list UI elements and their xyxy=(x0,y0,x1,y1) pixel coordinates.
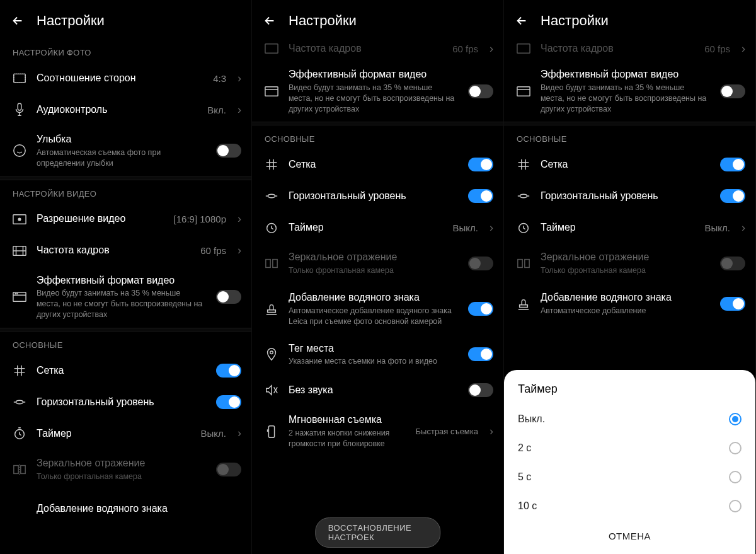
toggle-grid[interactable] xyxy=(468,158,493,171)
row-label: Таймер xyxy=(289,221,443,234)
cancel-button[interactable]: ОТМЕНА xyxy=(518,521,742,545)
watermark-icon xyxy=(13,502,26,516)
row-mute[interactable]: Без звука xyxy=(252,374,503,406)
svg-rect-26 xyxy=(265,86,278,96)
svg-rect-1 xyxy=(14,74,25,82)
row-sub: Указание места съемки на фото и видео xyxy=(289,356,458,367)
row-value: Выкл. xyxy=(201,428,226,439)
row-grid[interactable]: Сетка xyxy=(0,355,251,386)
toggle-geotag[interactable] xyxy=(468,347,493,361)
row-timer[interactable]: Таймер Выкл. › xyxy=(504,212,755,243)
toggle-grid[interactable] xyxy=(216,364,241,378)
stamp-icon xyxy=(517,297,530,311)
row-mirror: Зеркальное отражение Только фронтальная … xyxy=(504,243,755,284)
video-format-icon xyxy=(265,84,278,98)
section-general: ОСНОВНЫЕ xyxy=(504,125,755,149)
section-photo: НАСТРОЙКИ ФОТО xyxy=(0,39,251,62)
radio-icon xyxy=(729,500,742,512)
row-label: Таймер xyxy=(541,221,695,234)
row-label: Соотношение сторон xyxy=(37,72,203,85)
header: Настройки xyxy=(0,0,251,39)
settings-panel-2: Настройки Частота кадров 60 fps › Эффект… xyxy=(252,0,504,554)
row-efficient-video[interactable]: Эффективный формат видео Видео будут зан… xyxy=(504,61,755,122)
svg-point-12 xyxy=(15,294,16,294)
svg-rect-25 xyxy=(265,44,278,54)
svg-point-3 xyxy=(14,145,25,156)
row-timer[interactable]: Таймер Выкл. › xyxy=(252,212,503,243)
toggle-level[interactable] xyxy=(468,189,493,203)
row-label: Сетка xyxy=(289,158,458,171)
row-geotag[interactable]: Тег места Указание места съемки на фото … xyxy=(252,335,503,375)
radio-option-off[interactable]: Выкл. xyxy=(518,405,742,434)
stamp-icon xyxy=(265,302,278,316)
back-icon[interactable] xyxy=(10,13,25,28)
row-sub: Автоматическое добавление водяного знака… xyxy=(289,306,458,327)
row-sub: 2 нажатия кнопки снижения громкости при … xyxy=(289,428,406,449)
row-fps-cut[interactable]: Частота кадров 60 fps › xyxy=(252,39,503,61)
toggle-watermark[interactable] xyxy=(468,302,493,316)
row-mirror: Зеркальное отражение Только фронтальная … xyxy=(252,243,503,284)
row-level[interactable]: Горизонтальный уровень xyxy=(504,180,755,212)
row-level[interactable]: Горизонтальный уровень xyxy=(252,180,503,212)
page-title: Настройки xyxy=(289,13,357,29)
row-label: Таймер xyxy=(37,427,191,441)
row-sub: Только фронтальная камера xyxy=(289,265,458,276)
toggle-level[interactable] xyxy=(720,189,745,203)
radio-option-10s[interactable]: 10 с xyxy=(518,492,742,521)
radio-option-5s[interactable]: 5 с xyxy=(518,463,742,492)
svg-point-48 xyxy=(520,195,527,199)
instant-icon xyxy=(265,425,278,439)
video-format-icon xyxy=(517,84,530,98)
header: Настройки xyxy=(252,0,503,39)
video-format-icon xyxy=(13,290,26,304)
row-watermark[interactable]: Добавление водяного знака Автоматическое… xyxy=(504,284,755,324)
back-icon[interactable] xyxy=(514,13,529,28)
toggle-efficient-video[interactable] xyxy=(216,290,241,304)
row-fps-cut[interactable]: Частота кадров 60 fps › xyxy=(504,39,755,61)
restore-button[interactable]: ВОССТАНОВЛЕНИЕ НАСТРОЕК xyxy=(315,517,441,548)
row-timer[interactable]: Таймер Выкл. › xyxy=(0,418,251,449)
row-efficient-video[interactable]: Эффективный формат видео Видео будут зан… xyxy=(0,267,251,328)
timer-dialog: Таймер Выкл. 2 с 5 с 10 с ОТМЕНА xyxy=(504,370,755,554)
row-watermark[interactable]: Добавление водяного знака xyxy=(0,490,251,521)
row-value: 60 fps xyxy=(704,43,730,54)
toggle-smile[interactable] xyxy=(216,144,241,158)
radio-icon xyxy=(729,413,742,425)
toggle-grid[interactable] xyxy=(720,158,745,171)
row-aspect-ratio[interactable]: Соотношение сторон 4:3 › xyxy=(0,62,251,94)
svg-point-13 xyxy=(17,294,18,294)
toggle-efficient-video[interactable] xyxy=(720,84,745,98)
smile-icon xyxy=(13,144,26,158)
row-audio-control[interactable]: Аудиоконтроль Вкл. › xyxy=(0,94,251,125)
row-sub: Только фронтальная камера xyxy=(541,265,710,276)
row-fps[interactable]: Частота кадров 60 fps › xyxy=(0,235,251,267)
chevron-icon: › xyxy=(742,42,745,55)
toggle-watermark[interactable] xyxy=(720,297,745,311)
row-level[interactable]: Горизонтальный уровень xyxy=(0,386,251,418)
row-label: Эффективный формат видео xyxy=(289,68,458,81)
row-video-resolution[interactable]: Разрешение видео [16:9] 1080p › xyxy=(0,204,251,235)
svg-rect-39 xyxy=(268,425,274,437)
toggle-level[interactable] xyxy=(216,395,241,409)
row-label: Горизонтальный уровень xyxy=(37,396,206,409)
row-watermark[interactable]: Добавление водяного знака Автоматическое… xyxy=(252,284,503,335)
row-label: Горизонтальный уровень xyxy=(541,190,710,203)
row-label: Эффективный формат видео xyxy=(541,68,710,81)
row-value: 60 fps xyxy=(452,43,478,54)
row-efficient-video[interactable]: Эффективный формат видео Видео будут зан… xyxy=(252,61,503,122)
toggle-efficient-video[interactable] xyxy=(468,84,493,98)
row-instant[interactable]: Мгновенная съемка 2 нажатия кнопки сниже… xyxy=(252,406,503,457)
toggle-mute[interactable] xyxy=(468,383,493,397)
back-icon[interactable] xyxy=(262,13,277,28)
row-mirror: Зеркальное отражение Только фронтальная … xyxy=(0,449,251,490)
row-value: Выкл. xyxy=(705,222,730,233)
timer-icon xyxy=(13,427,26,441)
level-icon xyxy=(517,189,530,203)
timer-icon xyxy=(517,221,530,234)
chevron-icon: › xyxy=(238,72,241,85)
radio-option-2s[interactable]: 2 с xyxy=(518,434,742,463)
row-smile[interactable]: Улыбка Автоматическая съемка фото при оп… xyxy=(0,125,251,176)
row-grid[interactable]: Сетка xyxy=(504,149,755,180)
page-title: Настройки xyxy=(541,13,609,29)
row-grid[interactable]: Сетка xyxy=(252,149,503,180)
